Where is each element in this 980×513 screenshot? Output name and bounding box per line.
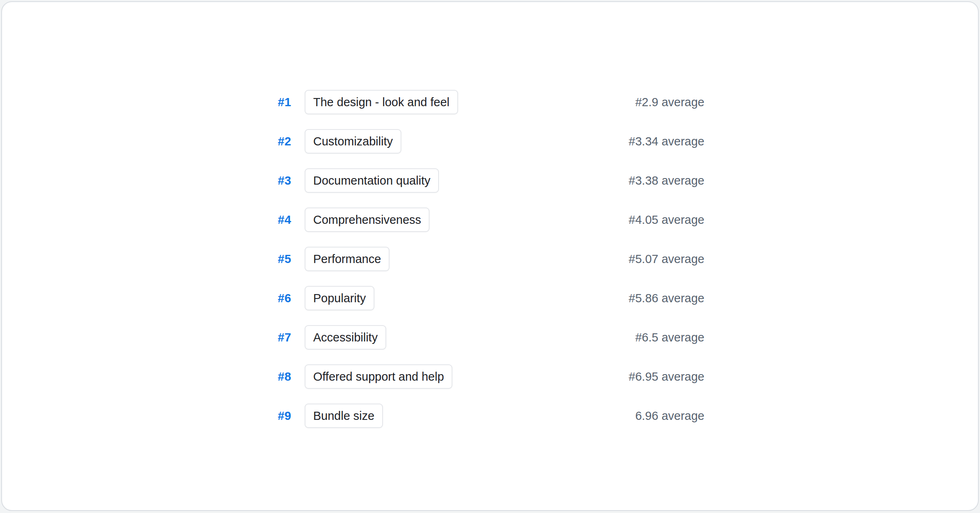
- ranking-results-card: #1 The design - look and feel #2.9 avera…: [1, 1, 979, 511]
- average-score: #2.9 average: [635, 96, 704, 109]
- average-score: #4.05 average: [629, 213, 704, 227]
- rank-number: #4: [255, 213, 291, 227]
- ranking-option-label: Offered support and help: [313, 370, 444, 384]
- ranking-option-label: Comprehensiveness: [313, 213, 421, 227]
- ranking-option-label: Bundle size: [313, 409, 374, 423]
- rank-number: #5: [255, 252, 291, 266]
- ranking-option-chip[interactable]: Offered support and help: [305, 364, 452, 389]
- average-score: #5.86 average: [629, 292, 704, 305]
- ranking-option-label: Accessibility: [313, 331, 378, 344]
- average-score: #6.5 average: [635, 331, 704, 344]
- ranking-option-chip[interactable]: Accessibility: [305, 325, 386, 350]
- average-score: #5.07 average: [629, 252, 704, 266]
- ranking-row: #6 Popularity #5.86 average: [2, 279, 978, 318]
- average-score: #3.38 average: [629, 174, 704, 187]
- ranking-option-label: Documentation quality: [313, 174, 430, 187]
- ranking-option-label: Customizability: [313, 135, 393, 148]
- ranking-row: #9 Bundle size 6.96 average: [2, 396, 978, 435]
- ranking-row: #8 Offered support and help #6.95 averag…: [2, 357, 978, 396]
- rank-number: #8: [255, 370, 291, 384]
- average-score: 6.96 average: [635, 409, 704, 423]
- ranking-option-label: The design - look and feel: [313, 96, 450, 109]
- page-background: #1 The design - look and feel #2.9 avera…: [0, 0, 980, 513]
- rank-number: #9: [255, 409, 291, 423]
- ranking-list: #1 The design - look and feel #2.9 avera…: [2, 83, 978, 435]
- ranking-row: #2 Customizability #3.34 average: [2, 122, 978, 161]
- ranking-option-chip[interactable]: Bundle size: [305, 404, 383, 428]
- ranking-row: #7 Accessibility #6.5 average: [2, 318, 978, 357]
- ranking-option-label: Popularity: [313, 292, 366, 305]
- rank-number: #2: [255, 135, 291, 148]
- ranking-option-label: Performance: [313, 252, 381, 266]
- rank-number: #3: [255, 174, 291, 187]
- ranking-option-chip[interactable]: Comprehensiveness: [305, 207, 430, 232]
- average-score: #6.95 average: [629, 370, 704, 384]
- ranking-option-chip[interactable]: Performance: [305, 247, 390, 271]
- rank-number: #6: [255, 292, 291, 305]
- ranking-row: #3 Documentation quality #3.38 average: [2, 161, 978, 200]
- average-score: #3.34 average: [629, 135, 704, 148]
- rank-number: #1: [255, 96, 291, 109]
- rank-number: #7: [255, 331, 291, 344]
- ranking-row: #4 Comprehensiveness #4.05 average: [2, 200, 978, 239]
- ranking-option-chip[interactable]: Documentation quality: [305, 168, 439, 193]
- ranking-row: #1 The design - look and feel #2.9 avera…: [2, 83, 978, 122]
- ranking-option-chip[interactable]: Customizability: [305, 129, 401, 154]
- ranking-option-chip[interactable]: The design - look and feel: [305, 90, 458, 114]
- ranking-row: #5 Performance #5.07 average: [2, 239, 978, 279]
- ranking-option-chip[interactable]: Popularity: [305, 286, 374, 310]
